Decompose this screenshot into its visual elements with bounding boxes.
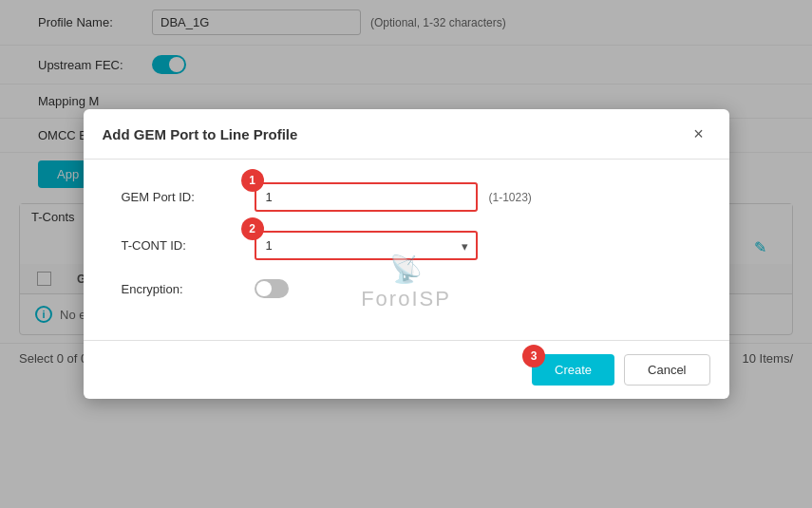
create-button[interactable]: 3 Create (532, 354, 614, 386)
modal-title: Add GEM Port to Line Profile (103, 126, 298, 142)
add-gem-port-modal: Add GEM Port to Line Profile × GEM Port … (84, 109, 729, 399)
modal-body: GEM Port ID: 1 (1-1023) T-CONT ID: 2 1 2 (84, 160, 729, 340)
wifi-icon: 📡 (389, 254, 423, 285)
watermark-text: ForoISP (361, 287, 451, 311)
modal-footer: 3 Create Cancel (84, 340, 729, 399)
modal-header: Add GEM Port to Line Profile × (84, 109, 729, 160)
step1-badge: 1 (241, 169, 264, 192)
cancel-button[interactable]: Cancel (624, 354, 709, 386)
encryption-label: Encryption: (122, 282, 255, 296)
watermark: 📡 ForoISP (361, 254, 451, 311)
gem-port-id-hint: (1-1023) (489, 191, 532, 204)
step3-badge: 3 (522, 345, 545, 367)
gem-port-id-row: GEM Port ID: 1 (1-1023) (122, 182, 691, 212)
step2-badge: 2 (241, 217, 264, 240)
gem-port-id-field-wrap: 1 (255, 182, 478, 212)
gem-port-id-input[interactable] (255, 182, 478, 212)
modal-overlay: Add GEM Port to Line Profile × GEM Port … (0, 0, 812, 508)
modal-close-button[interactable]: × (688, 122, 710, 145)
tcont-id-label: T-CONT ID: (122, 238, 255, 253)
encryption-toggle[interactable] (255, 279, 289, 298)
gem-port-id-label: GEM Port ID: (122, 190, 255, 204)
